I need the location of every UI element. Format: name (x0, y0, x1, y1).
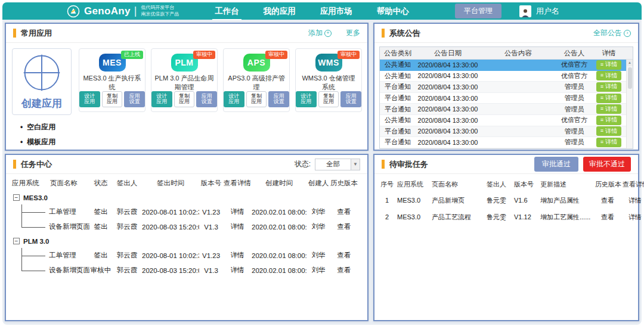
app-design-button[interactable]: 设计应用 (79, 91, 100, 107)
detail-button[interactable]: ≡详情 (596, 94, 621, 103)
add-app-link[interactable]: 添加 + (308, 28, 332, 38)
app-settings-button[interactable]: 应用设置 (196, 91, 217, 107)
approval-detail-link[interactable]: 详情 (621, 196, 644, 205)
app-card-PLM: 审核中PLMPLM 3.0 产品生命周期管理设计应用复制应用应用设置 (151, 48, 218, 112)
detail-button[interactable]: ≡详情 (596, 116, 621, 125)
task-row[interactable]: 设备新增页面签出郭云霞2020-08-03 15:20:00V1.3详情2020… (12, 219, 361, 234)
detail-button[interactable]: ≡详情 (596, 104, 621, 114)
detail-button-label: 详情 (605, 117, 617, 123)
task-page-cell: 设备新增页面 (12, 263, 89, 278)
approval-detail-link[interactable]: 详情 (621, 213, 644, 222)
task-row[interactable]: 工单管理签出郭云霞2020-08-01 10:02:30V1.23详情2020.… (12, 204, 361, 219)
app-copy-button[interactable]: 复制应用 (174, 91, 195, 107)
task-status: 签出 (89, 251, 112, 260)
task-status: 审核中 (89, 266, 112, 275)
platform-admin-button[interactable]: 平台管理 (455, 4, 501, 18)
create-app-label: 创建应用 (21, 97, 62, 110)
approve-button[interactable]: 审批通过 (534, 157, 578, 172)
list-icon: ≡ (600, 117, 603, 123)
announcement-row[interactable]: 平台通知2020/08/04 13:30:00管理员≡详情 (380, 82, 633, 93)
task-row[interactable]: 设备新增页面审核中郭云霞2020-08-03 15:20:00V1.3详情202… (12, 263, 361, 278)
nav-item-应用市场[interactable]: 应用市场 (319, 4, 354, 19)
app-card-APS: 审核中APSAPS3.0 高级排产管理设计应用复制应用应用设置 (223, 48, 290, 112)
app-copy-button[interactable]: 复制应用 (246, 91, 267, 107)
approval-row[interactable]: 2MES3.0产品工艺流程鲁元雯V1.12增加工艺属性......查看详情 (378, 209, 634, 225)
task-detail-link[interactable]: 详情 (223, 222, 252, 231)
top-bar: GenoAny | 低代码开发平台 南京优倍旗下产品 工作台我的应用应用市场帮助… (2, 2, 642, 20)
announcement-category: 公共通知 (380, 116, 416, 125)
detail-button[interactable]: ≡详情 (596, 71, 621, 80)
task-detail-link[interactable]: 详情 (223, 207, 252, 216)
task-detail-link[interactable]: 详情 (223, 251, 252, 260)
app-copy-button[interactable]: 复制应用 (318, 91, 339, 107)
app-name: WMS3.0 仓储管理系统 (296, 74, 361, 91)
announcement-date: 2020/08/04 13:30:00 (416, 95, 480, 102)
logo-tagline: 低代码开发平台 南京优倍旗下产品 (141, 5, 179, 17)
approval-history-link[interactable]: 查看 (594, 196, 621, 205)
announcement-detail-cell: ≡详情 (592, 104, 626, 114)
app-design-button[interactable]: 设计应用 (151, 91, 172, 107)
app-settings-button[interactable]: 应用设置 (124, 91, 145, 107)
app-type-item[interactable]: 空白应用 (20, 122, 73, 132)
approval-history-link[interactable]: 查看 (594, 213, 621, 222)
announcement-row[interactable]: 公共通知2020/08/04 13:30:00优倍官方≡详情 (380, 115, 633, 126)
all-announcements-link[interactable]: 全部公告 › (593, 28, 631, 38)
announcements-title: 系统公告 (389, 28, 420, 39)
task-group-row: −PLM 3.0 (12, 234, 361, 248)
detail-button[interactable]: ≡详情 (596, 82, 621, 92)
title-accent-bar (382, 160, 385, 169)
scrollbar-thumb[interactable] (628, 67, 632, 89)
app-card-MES: 已上线MESMES3.0 生产执行系统设计应用复制应用应用设置 (79, 48, 145, 112)
announcement-row[interactable]: 平台通知2020/08/04 13:30:00管理员≡详情 (380, 104, 633, 115)
task-creator: 刘华 (306, 251, 330, 260)
app-copy-button[interactable]: 复制应用 (102, 91, 123, 107)
detail-button[interactable]: ≡详情 (596, 126, 621, 136)
task-checkout-time: 2020-08-01 10:02:30 (142, 209, 199, 216)
task-history-link[interactable]: 查看 (330, 266, 358, 275)
detail-button[interactable]: ≡详情 (596, 60, 621, 70)
task-page-name: 设备新增页面 (49, 266, 89, 275)
status-filter-select[interactable]: 全部 ▼ (315, 159, 360, 170)
nav-item-工作台[interactable]: 工作台 (213, 4, 240, 19)
approval-checkout-user: 鲁元雯 (485, 213, 513, 222)
announcement-publisher: 管理员 (556, 82, 592, 91)
more-apps-link[interactable]: 更多 (346, 28, 360, 38)
approval-page: 产品工艺流程 (431, 213, 485, 222)
announcement-row[interactable]: 平台通知2020/08/04 13:30:00管理员≡详情 (380, 126, 633, 138)
announcement-date: 2020/08/04 13:30:00 (416, 128, 480, 135)
task-creator: 刘华 (306, 266, 330, 275)
create-app-card[interactable]: 创建应用 (12, 48, 72, 115)
announcement-publisher: 优倍官方 (556, 60, 592, 69)
approval-row[interactable]: 1MES3.0产品新增页鲁元雯V1.6增加产品属性查看详情 (378, 192, 634, 209)
task-page-cell: 工单管理 (12, 204, 89, 219)
announcement-row[interactable]: 平台通知2020/08/04 13:30:00管理员≡详情 (380, 137, 633, 148)
task-detail-link[interactable]: 详情 (223, 266, 252, 275)
app-design-button[interactable]: 设计应用 (224, 91, 244, 107)
reject-button[interactable]: 审批不通过 (583, 157, 631, 172)
circle-plus-icon (22, 53, 61, 92)
approval-description: 增加工艺属性...... (539, 213, 594, 222)
app-card-buttons: 设计应用复制应用应用设置 (296, 91, 361, 107)
task-history-link[interactable]: 查看 (330, 222, 358, 231)
announcement-row[interactable]: 平台通知2020/08/04 13:30:00管理员≡详情 (380, 93, 633, 104)
task-history-link[interactable]: 查看 (330, 207, 358, 216)
announcement-category: 公共通知 (380, 60, 416, 69)
app-type-item[interactable]: 模板应用 (20, 137, 73, 147)
app-name: APS3.0 高级排产管理 (224, 74, 289, 91)
scrollbar-up-arrow-icon[interactable]: ▲ (627, 60, 633, 66)
nav-item-帮助中心[interactable]: 帮助中心 (376, 4, 410, 19)
user-menu[interactable]: 用户名 (519, 5, 559, 17)
collapse-icon[interactable]: − (13, 194, 20, 201)
app-settings-button[interactable]: 应用设置 (268, 91, 289, 107)
announcement-row[interactable]: 公共通知2020/08/04 13:30:00优倍官方≡详情 (380, 71, 633, 82)
announcements-scrollbar[interactable]: ▲ (626, 60, 633, 148)
nav-item-我的应用[interactable]: 我的应用 (262, 4, 297, 19)
approval-system: MES3.0 (396, 197, 431, 204)
app-settings-button[interactable]: 应用设置 (340, 91, 361, 107)
task-history-link[interactable]: 查看 (330, 251, 358, 260)
app-design-button[interactable]: 设计应用 (296, 91, 317, 107)
detail-button[interactable]: ≡详情 (596, 138, 621, 147)
task-row[interactable]: 工单管理签出郭云霞2020-08-01 10:02:30V1.23详情2020.… (12, 248, 361, 263)
collapse-icon[interactable]: − (13, 238, 20, 244)
announcement-row[interactable]: 公共通知2020/08/04 13:30:00优倍官方≡详情 (380, 60, 633, 71)
